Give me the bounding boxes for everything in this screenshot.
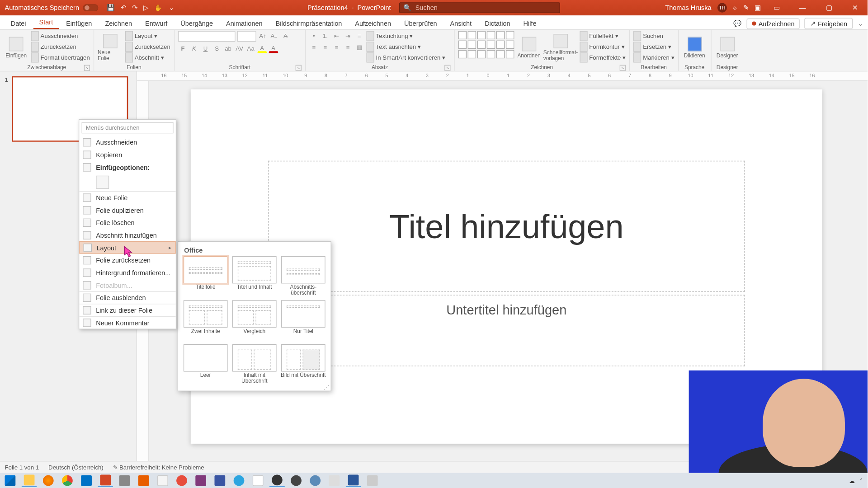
grow-font-button[interactable]: A↑ bbox=[258, 31, 268, 41]
ctx-duplicate-slide[interactable]: Folie duplizieren bbox=[79, 204, 176, 216]
tb-word[interactable] bbox=[345, 474, 361, 487]
shrink-font-button[interactable]: A↓ bbox=[269, 31, 279, 41]
layout-inhalt-ueberschrift[interactable]: Inhalt mit Überschrift bbox=[232, 344, 277, 385]
window-icon[interactable]: ▣ bbox=[755, 4, 760, 12]
font-size-input[interactable] bbox=[237, 31, 256, 42]
autosave-switch[interactable] bbox=[83, 4, 98, 11]
bullets-button[interactable]: • bbox=[309, 31, 319, 41]
tb-app3[interactable] bbox=[174, 474, 189, 487]
line-spacing-button[interactable]: ≡ bbox=[354, 31, 364, 41]
autosave-toggle[interactable]: Automatisches Speichern bbox=[0, 4, 103, 11]
tb-app5[interactable] bbox=[288, 474, 304, 487]
status-language[interactable]: Deutsch (Österreich) bbox=[48, 464, 104, 470]
layout-button[interactable]: Layout ▾ bbox=[125, 31, 170, 41]
start-slideshow-icon[interactable]: ▷ bbox=[143, 4, 148, 12]
reset-button[interactable]: Zurücksetzen bbox=[31, 42, 90, 52]
layout-bild-ueberschrift[interactable]: Bild mit Überschrift bbox=[281, 344, 326, 385]
tab-aufzeichnen[interactable]: Aufzeichnen bbox=[349, 17, 397, 29]
ctx-link-slide[interactable]: Link zu dieser Folie bbox=[79, 304, 176, 316]
tab-dictation[interactable]: Dictation bbox=[479, 17, 516, 29]
text-align-v-button[interactable]: Text ausrichten ▾ bbox=[366, 42, 445, 52]
ctx-new-slide[interactable]: Neue Folie bbox=[79, 191, 176, 204]
qat-more-icon[interactable]: ⌄ bbox=[169, 4, 174, 12]
shapes-gallery[interactable] bbox=[458, 31, 514, 59]
layout-leer[interactable]: Leer bbox=[183, 344, 228, 385]
quick-styles-button[interactable]: Schnellformat-vorlagen bbox=[544, 31, 577, 65]
align-center-button[interactable]: ≡ bbox=[321, 42, 330, 52]
clear-format-button[interactable]: A̶ bbox=[281, 31, 290, 41]
tb-vlc[interactable] bbox=[136, 474, 151, 487]
numbering-button[interactable]: 1. bbox=[321, 31, 330, 41]
subtitle-placeholder[interactable]: Untertitel hinzufügen bbox=[268, 295, 745, 366]
context-search-input[interactable]: Menüs durchsuchen bbox=[82, 122, 174, 133]
bold-button[interactable]: F bbox=[178, 43, 188, 53]
section-button[interactable]: Abschnitt ▾ bbox=[125, 52, 170, 62]
ctx-hide-slide[interactable]: Folie ausblenden bbox=[79, 291, 176, 304]
draw-launcher[interactable]: ↘ bbox=[620, 65, 626, 71]
tab-ansicht[interactable]: Ansicht bbox=[444, 17, 477, 29]
font-color-button[interactable]: A bbox=[269, 43, 278, 53]
replace-button[interactable]: Ersetzen ▾ bbox=[633, 42, 674, 52]
tb-app7[interactable] bbox=[326, 474, 342, 487]
align-right-button[interactable]: ≡ bbox=[332, 42, 341, 52]
ctx-copy[interactable]: Kopieren bbox=[79, 148, 176, 161]
indent-dec-button[interactable]: ⇤ bbox=[332, 31, 341, 41]
layout-nur-titel[interactable]: Nur Titel bbox=[281, 300, 326, 341]
start-button[interactable] bbox=[2, 474, 18, 487]
italic-button[interactable]: K bbox=[189, 43, 199, 53]
tb-app2[interactable] bbox=[155, 474, 170, 487]
touch-mode-icon[interactable]: ✋ bbox=[154, 4, 162, 12]
shape-fill-button[interactable]: Fülleffekt ▾ bbox=[580, 31, 626, 41]
tb-explorer[interactable] bbox=[21, 474, 37, 487]
paste-option-1[interactable] bbox=[96, 176, 109, 189]
system-tray[interactable]: ☁ ˄ bbox=[849, 477, 865, 483]
strike-button[interactable]: S bbox=[212, 43, 222, 53]
ctx-delete-slide[interactable]: Folie löschen bbox=[79, 216, 176, 229]
dictate-button[interactable]: Diktieren bbox=[682, 31, 707, 65]
tb-app6[interactable] bbox=[307, 474, 323, 487]
tab-animationen[interactable]: Animationen bbox=[220, 17, 269, 29]
undo-icon[interactable]: ↶ bbox=[121, 4, 126, 12]
user-avatar[interactable]: TH bbox=[717, 3, 727, 13]
format-painter-button[interactable]: Format übertragen bbox=[31, 52, 90, 62]
tab-einfuegen[interactable]: Einfügen bbox=[60, 17, 98, 29]
ctx-cut[interactable]: Ausschneiden bbox=[79, 136, 176, 149]
columns-button[interactable]: ▥ bbox=[354, 42, 364, 52]
layout-titelfolie[interactable]: Titelfolie bbox=[183, 256, 228, 297]
tray-caret-icon[interactable]: ˄ bbox=[860, 477, 863, 483]
paste-button[interactable]: Einfügen bbox=[4, 31, 28, 65]
clipboard-launcher[interactable]: ↘ bbox=[84, 65, 90, 71]
align-left-button[interactable]: ≡ bbox=[309, 42, 319, 52]
tb-powerpoint[interactable] bbox=[98, 474, 113, 487]
user-name[interactable]: Thomas Hruska bbox=[665, 4, 711, 11]
comments-icon[interactable]: 💬 bbox=[733, 19, 741, 27]
new-slide-button[interactable]: Neue Folie bbox=[98, 31, 123, 65]
redo-icon[interactable]: ↷ bbox=[132, 4, 137, 12]
coming-soon-icon[interactable]: ⟐ bbox=[733, 4, 737, 11]
shape-effects-button[interactable]: Formeffekte ▾ bbox=[580, 52, 626, 62]
text-direction-button[interactable]: Textrichtung ▾ bbox=[366, 31, 445, 41]
tb-app1[interactable] bbox=[117, 474, 132, 487]
arrange-button[interactable]: Anordnen bbox=[517, 31, 542, 65]
layout-vergleich[interactable]: Vergleich bbox=[232, 300, 277, 341]
tab-zeichnen[interactable]: Zeichnen bbox=[99, 17, 138, 29]
reset-slide-button[interactable]: Zurücksetzen bbox=[125, 42, 170, 52]
indent-inc-button[interactable]: ⇥ bbox=[343, 31, 353, 41]
title-placeholder[interactable]: Titel hinzufügen bbox=[268, 161, 745, 292]
maximize-button[interactable]: ▢ bbox=[819, 0, 839, 15]
share-button[interactable]: ↗Freigeben bbox=[805, 18, 853, 29]
case-button[interactable]: Aa bbox=[246, 43, 255, 53]
close-button[interactable]: ✕ bbox=[845, 0, 865, 15]
layout-titel-inhalt[interactable]: Titel und Inhalt bbox=[232, 256, 277, 297]
minimize-button[interactable]: — bbox=[793, 0, 813, 15]
search-box[interactable]: 🔍 Suchen bbox=[399, 2, 560, 13]
ctx-add-section[interactable]: Abschnitt hinzufügen bbox=[79, 229, 176, 241]
pen-icon[interactable]: ✎ bbox=[743, 4, 749, 12]
shadow-button[interactable]: ab bbox=[223, 43, 233, 53]
resize-grip-icon[interactable]: ⋰ bbox=[324, 384, 330, 389]
tb-telegram[interactable] bbox=[231, 474, 246, 487]
ctx-format-background[interactable]: Hintergrund formatieren... bbox=[79, 266, 176, 279]
tab-datei[interactable]: Datei bbox=[5, 17, 32, 29]
tab-bildschirm[interactable]: Bildschirmpräsentation bbox=[269, 17, 348, 29]
layout-zwei-inhalte[interactable]: Zwei Inhalte bbox=[183, 300, 228, 341]
